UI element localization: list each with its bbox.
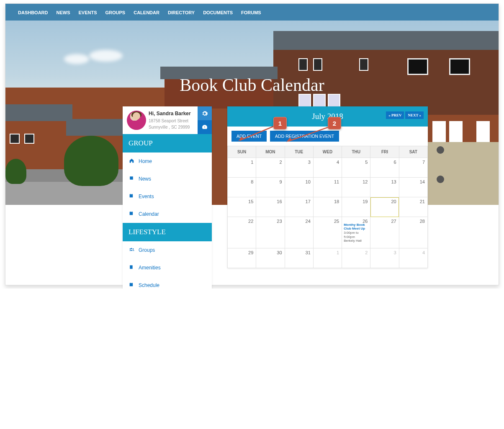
cal-day-number: 6 xyxy=(394,160,396,165)
cal-day[interactable]: 4 xyxy=(399,248,427,268)
cal-header-mon: MON xyxy=(256,146,285,158)
cal-day-number: 9 xyxy=(279,179,282,184)
cal-day-number: 13 xyxy=(391,179,396,184)
cal-day[interactable]: 1 xyxy=(228,158,256,178)
cal-day-number: 4 xyxy=(337,160,339,165)
sidebar-item-label: Groups xyxy=(139,247,155,253)
sidebar-item-label: Amenities xyxy=(139,265,161,271)
cal-day-number: 2 xyxy=(279,160,282,165)
cal-day[interactable]: 19 xyxy=(342,197,370,217)
nav-events[interactable]: EVENTS xyxy=(75,4,101,21)
cal-day[interactable]: 14 xyxy=(399,178,427,197)
cal-day[interactable]: 1 xyxy=(313,248,342,268)
cal-day[interactable]: 11 xyxy=(313,178,342,197)
cal-day[interactable]: 4 xyxy=(313,158,342,178)
dashboard-icon[interactable] xyxy=(198,120,212,134)
nav-forums[interactable]: FORUMS xyxy=(237,4,265,21)
sidebar-group-calendar[interactable]: Calendar xyxy=(123,205,212,223)
cal-day-number: 1 xyxy=(251,160,253,165)
profile-address1: 18758 Seaport Street xyxy=(149,118,197,124)
profile-greeting: Hi, Sandra Barker xyxy=(149,111,197,117)
svg-line-3 xyxy=(288,127,329,141)
nav-news[interactable]: NEWS xyxy=(52,4,75,21)
sidebar-item-label: Calendar xyxy=(139,211,159,217)
sidebar-group-home[interactable]: Home xyxy=(123,152,212,170)
nav-dashboard[interactable]: DASHBOARD xyxy=(14,4,52,21)
cal-day[interactable]: 7 xyxy=(399,158,427,178)
home-icon xyxy=(129,158,134,165)
cal-day[interactable]: 29 xyxy=(228,248,256,268)
svg-line-1 xyxy=(240,126,274,140)
cal-day-number: 3 xyxy=(394,250,396,255)
cal-day[interactable]: 17 xyxy=(285,197,313,217)
cal-day[interactable]: 24 xyxy=(285,217,313,248)
cal-day[interactable]: 9 xyxy=(256,178,285,197)
profile-address2: Sunnyville , SC 29999 xyxy=(149,124,197,130)
cal-day-number: 31 xyxy=(306,250,311,255)
cal-day-number: 20 xyxy=(391,199,396,204)
calendar-prev-button[interactable]: « PREV xyxy=(386,111,404,119)
event-title[interactable]: Monthy Book Club Meet Up xyxy=(344,223,368,230)
groups-icon xyxy=(129,247,134,253)
cal-day-number: 10 xyxy=(306,179,311,184)
nav-documents[interactable]: DOCUMENTS xyxy=(199,4,237,21)
cal-day[interactable]: 20 xyxy=(370,197,399,217)
cal-day[interactable]: 31 xyxy=(285,248,313,268)
cal-day[interactable]: 28 xyxy=(399,217,427,248)
cal-day[interactable]: 13 xyxy=(370,178,399,197)
sidebar-lifestyle-schedule[interactable]: Schedule xyxy=(123,277,212,289)
cal-day[interactable]: 30 xyxy=(256,248,285,268)
settings-icon[interactable] xyxy=(198,106,212,120)
cal-day[interactable]: 16 xyxy=(256,197,285,217)
cal-day-number: 21 xyxy=(420,199,425,204)
cal-day[interactable]: 12 xyxy=(342,178,370,197)
cal-day[interactable]: 25 xyxy=(313,217,342,248)
cal-day-number: 8 xyxy=(251,179,253,184)
cal-header-tue: TUE xyxy=(285,146,313,158)
cal-day[interactable]: 10 xyxy=(285,178,313,197)
sidebar-group-title: GROUP xyxy=(123,134,212,152)
avatar xyxy=(127,111,146,130)
cal-day[interactable]: 8 xyxy=(228,178,256,197)
sidebar-group-events[interactable]: Events xyxy=(123,188,212,205)
sidebar-group-news[interactable]: News xyxy=(123,170,212,188)
amenities-icon xyxy=(129,264,134,271)
cal-day[interactable]: 2 xyxy=(342,248,370,268)
cal-day[interactable]: 26Monthy Book Club Meet Up3:00pm to 5:00… xyxy=(342,217,370,248)
cal-day[interactable]: 3 xyxy=(285,158,313,178)
nav-directory[interactable]: DIRECTORY xyxy=(164,4,199,21)
calendar-next-button[interactable]: NEXT » xyxy=(405,111,424,119)
cal-header-thu: THU xyxy=(342,146,370,158)
cal-day-number: 2 xyxy=(365,250,368,255)
sidebar: Hi, Sandra Barker 18758 Seaport Street S… xyxy=(123,106,212,289)
cal-day[interactable]: 23 xyxy=(256,217,285,248)
cal-day-number: 18 xyxy=(334,199,339,204)
cal-day[interactable]: 5 xyxy=(342,158,370,178)
cal-day[interactable]: 15 xyxy=(228,197,256,217)
sidebar-lifestyle-groups[interactable]: Groups xyxy=(123,241,212,259)
cal-day[interactable]: 3 xyxy=(370,248,399,268)
event-location: Berkely Hall xyxy=(344,239,368,243)
event-time: 3:00pm to 5:00pm xyxy=(344,231,368,238)
cal-day[interactable]: 22 xyxy=(228,217,256,248)
cal-day[interactable]: 2 xyxy=(256,158,285,178)
cal-day-number: 12 xyxy=(363,179,368,184)
nav-groups[interactable]: GROUPS xyxy=(101,4,130,21)
nav-calendar[interactable]: CALENDAR xyxy=(129,4,164,21)
cal-day[interactable]: 21 xyxy=(399,197,427,217)
cal-day-number: 24 xyxy=(306,219,311,224)
cal-day[interactable]: 6 xyxy=(370,158,399,178)
cal-day-number: 17 xyxy=(306,199,311,204)
page-title: Book Club Calendar xyxy=(5,75,499,95)
cal-day[interactable]: 18 xyxy=(313,197,342,217)
cal-day-number: 1 xyxy=(337,250,339,255)
cal-day-number: 29 xyxy=(248,250,253,255)
cal-day-number: 26 xyxy=(363,219,368,224)
schedule-icon xyxy=(129,282,134,289)
cal-day-number: 19 xyxy=(363,199,368,204)
sidebar-lifestyle-amenities[interactable]: Amenities xyxy=(123,259,212,277)
sidebar-item-label: News xyxy=(139,176,151,182)
cal-day-number: 28 xyxy=(420,219,425,224)
cal-day[interactable]: 27 xyxy=(370,217,399,248)
sidebar-item-label: Home xyxy=(139,158,152,164)
